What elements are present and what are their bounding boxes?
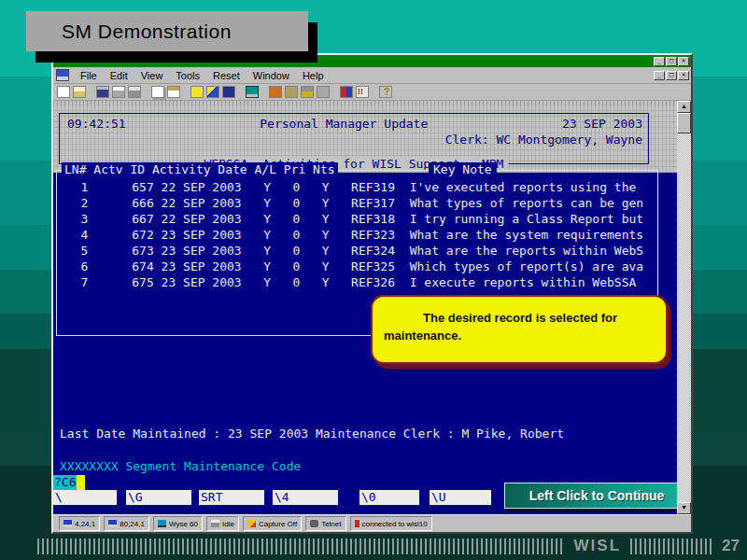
entry-field-2[interactable]: \G xyxy=(126,490,191,505)
continue-button[interactable]: Left Click to Continue xyxy=(504,483,677,509)
save-icon[interactable] xyxy=(96,86,109,98)
print-icon[interactable] xyxy=(112,86,125,98)
menu-reset[interactable]: Reset xyxy=(206,70,247,81)
menu-file[interactable]: File xyxy=(74,70,104,81)
table-row[interactable]: 5 673 23 SEP 2003 Y 0 Y REF324 What are … xyxy=(59,243,655,259)
text-cursor xyxy=(77,475,85,490)
restore-icon[interactable]: □ xyxy=(666,57,677,66)
table-columns-header: LN# Actv ID Activity Date A/L Pri Nts xyxy=(62,162,338,176)
segment-code-line: XXXXXXXX Segment Maintenance Code xyxy=(60,459,301,473)
dial-connect-icon[interactable] xyxy=(269,86,282,98)
menu-tools[interactable]: Tools xyxy=(169,70,206,81)
terminal-setup-icon[interactable] xyxy=(340,86,353,98)
footer-ticks-left xyxy=(37,539,565,554)
status-panel: Telnet xyxy=(305,516,345,531)
screen-size-icon xyxy=(108,520,117,527)
status-panel: Wyse 60 xyxy=(153,516,203,531)
print-setup-icon[interactable] xyxy=(128,86,141,98)
slide-title-box: SM Demonstration xyxy=(26,11,308,51)
footer-brand: WISL xyxy=(565,537,631,555)
dial-hangup-icon[interactable] xyxy=(285,86,298,98)
menu-help[interactable]: Help xyxy=(296,70,331,81)
child-restore-icon[interactable]: □ xyxy=(666,71,677,80)
command-input[interactable]: ?C6 xyxy=(53,475,85,490)
table-row[interactable]: 1 657 22 SEP 2003 Y 0 Y REF319 I've exec… xyxy=(59,179,655,195)
quick-pad-icon[interactable] xyxy=(190,86,204,98)
footer-ticks-right xyxy=(630,539,712,554)
status-label: 80,24,1 xyxy=(120,520,145,528)
clock: 09:42:51 xyxy=(67,117,126,131)
phone-book-icon[interactable] xyxy=(317,86,330,98)
paste-icon[interactable] xyxy=(167,86,180,98)
scroll-up-icon[interactable]: ▲ xyxy=(677,101,691,113)
table-row[interactable]: 7 675 23 SEP 2003 Y 0 Y REF326 I execute… xyxy=(59,274,655,290)
entry-field-1[interactable]: \ xyxy=(53,490,117,505)
status-panel: 4,24,1 xyxy=(59,516,100,531)
slide-title: SM Demonstration xyxy=(26,21,232,43)
open-file-icon[interactable] xyxy=(73,86,86,98)
break-signal-icon[interactable] xyxy=(356,86,369,98)
terminal-type-icon xyxy=(158,520,166,527)
slide-footer: WISL 27 xyxy=(0,534,747,558)
window-titlebar[interactable]: _ □ × xyxy=(53,55,691,67)
scrollbar-track[interactable] xyxy=(677,133,691,502)
security-lock-icon[interactable] xyxy=(301,86,314,98)
status-label: 4,24,1 xyxy=(75,520,95,528)
capture-icon xyxy=(247,520,256,527)
table-row[interactable]: 6 674 23 SEP 2003 Y 0 Y REF325 Which typ… xyxy=(59,259,655,274)
status-panel: Capture Off xyxy=(243,516,302,531)
menu-view[interactable]: View xyxy=(134,70,170,81)
table-row[interactable]: 2 666 22 SEP 2003 Y 0 Y REF317 What type… xyxy=(59,195,655,211)
entry-field-5[interactable]: \0 xyxy=(359,490,419,505)
status-label: Wyse 60 xyxy=(169,520,198,528)
minimize-icon[interactable]: _ xyxy=(654,57,665,66)
screen-title: Personal Manager Update xyxy=(260,117,428,131)
close-icon[interactable]: × xyxy=(678,57,689,66)
status-label: Idle xyxy=(222,520,234,528)
select-tool-icon[interactable] xyxy=(206,86,219,98)
header-border-box: 09:42:51 Personal Manager Update 23 SEP … xyxy=(59,113,649,164)
child-minimize-icon[interactable]: _ xyxy=(654,71,665,80)
entry-field-6[interactable]: \U xyxy=(430,490,491,505)
toolbar xyxy=(53,84,691,101)
entry-field-3[interactable]: SRT xyxy=(199,490,264,505)
entry-field-4[interactable]: \4 xyxy=(273,490,338,505)
terminal-app-window: _ □ × FileEditViewToolsResetWindowHelp _… xyxy=(51,53,693,534)
child-close-icon[interactable]: × xyxy=(678,71,689,80)
status-label: Telnet xyxy=(321,520,341,528)
page-number: 27 xyxy=(712,537,747,555)
menu-window[interactable]: Window xyxy=(247,70,296,81)
cursor-position-icon xyxy=(63,520,72,527)
clerk-line: Clerk: WC Montgomery, Wayne xyxy=(445,133,642,147)
telnet-icon xyxy=(310,520,318,527)
status-bar: 4,24,180,24,1Wyse 60IdleCapture OffTelne… xyxy=(53,514,691,532)
app-icon[interactable] xyxy=(56,69,69,81)
scroll-down-icon[interactable]: ▼ xyxy=(677,502,691,514)
paint-tool-icon[interactable] xyxy=(222,86,235,98)
screen-date: 23 SEP 2003 xyxy=(562,117,642,131)
status-panel: connected to wisl10 xyxy=(350,516,432,531)
status-panel: Idle xyxy=(206,516,239,531)
key-note-header: Key Note xyxy=(429,162,497,176)
command-value[interactable]: ?C6 xyxy=(53,475,77,490)
status-panel: 80,24,1 xyxy=(104,516,149,531)
help-icon[interactable] xyxy=(379,86,392,98)
scrollbar-thumb[interactable] xyxy=(677,113,691,133)
copy-icon[interactable] xyxy=(151,86,164,98)
annotation-callout: The desired record is selected for maint… xyxy=(371,295,668,364)
menu-bar: FileEditViewToolsResetWindowHelp _ □ × xyxy=(53,67,691,84)
table-row[interactable]: 4 672 23 SEP 2003 Y 0 Y REF323 What are … xyxy=(59,227,655,243)
maintenance-line: Last Date Maintained : 23 SEP 2003 Maint… xyxy=(60,427,564,441)
slide: _ □ × FileEditViewToolsResetWindowHelp _… xyxy=(0,0,747,560)
status-label: Capture Off xyxy=(259,520,297,528)
status-label: connected to wisl10 xyxy=(362,520,428,528)
new-document-icon[interactable] xyxy=(57,86,70,98)
terminal-screen: 09:42:51 Personal Manager Update 23 SEP … xyxy=(53,101,677,514)
menu-edit[interactable]: Edit xyxy=(104,70,134,81)
display-settings-icon[interactable] xyxy=(246,86,259,98)
table-row[interactable]: 3 667 22 SEP 2003 Y 0 Y REF318 I try run… xyxy=(59,211,655,227)
vertical-scrollbar[interactable]: ▲ ▼ xyxy=(677,101,691,514)
connection-icon xyxy=(355,520,359,527)
printer-status-icon xyxy=(211,520,219,527)
